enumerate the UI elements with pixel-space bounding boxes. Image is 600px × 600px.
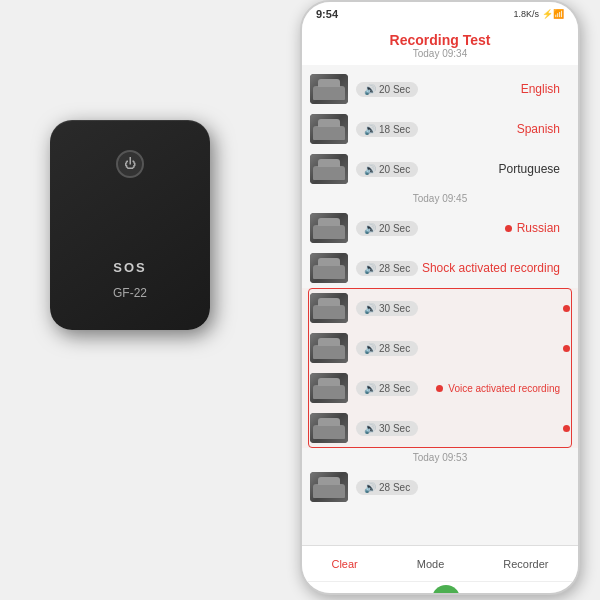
recording-thumb — [310, 293, 348, 323]
nav-position[interactable]: ➤ Position — [326, 592, 358, 595]
duration-pill: 🔊28 Sec — [356, 261, 418, 276]
recording-thumb — [310, 333, 348, 363]
device-body: ⏻ SOS GF-22 — [50, 120, 210, 330]
phone-body: 9:54 1.8K/s ⚡📶 Recording Test Today 09:3… — [300, 0, 580, 595]
status-time: 9:54 — [316, 8, 338, 20]
recording-thumb — [310, 74, 348, 104]
recording-item[interactable]: 🔊28 Sec Shock activated recording — [302, 248, 578, 288]
duration-pill: 🔊30 Sec — [356, 421, 418, 436]
duration-pill: 🔊20 Sec — [356, 221, 418, 236]
recording-item[interactable]: 🔊28 Sec — [302, 467, 578, 507]
duration-pill: 🔊28 Sec — [356, 480, 418, 495]
duration-pill: 🔊28 Sec — [356, 341, 418, 356]
recordings-list[interactable]: 🔊20 Sec English 🔊18 Sec Spanish — [302, 65, 578, 545]
unread-dot — [436, 385, 443, 392]
unread-dot — [563, 345, 570, 352]
voice-activated-label: Voice activated recording — [448, 383, 570, 394]
recording-thumb — [310, 213, 348, 243]
model-label: GF-22 — [113, 286, 147, 300]
recording-item[interactable]: 🔊18 Sec Spanish — [302, 109, 578, 149]
header-title: Recording Test — [302, 32, 578, 48]
recording-label: Russian — [517, 221, 570, 235]
recording-item[interactable]: 🔊30 Sec — [302, 288, 578, 328]
my-icon: 👤 — [534, 592, 554, 595]
status-bar: 9:54 1.8K/s ⚡📶 — [302, 2, 578, 26]
date-divider: Today 09:53 — [302, 448, 578, 467]
unread-dot — [505, 225, 512, 232]
power-button-icon: ⏻ — [116, 150, 144, 178]
recorder-button[interactable]: Recorder — [503, 558, 548, 570]
unread-dot — [563, 425, 570, 432]
app-header: Recording Test Today 09:34 — [302, 26, 578, 65]
mode-button[interactable]: Mode — [417, 558, 445, 570]
recording-item[interactable]: 🔊20 Sec English — [302, 69, 578, 109]
signal-icons: ⚡📶 — [542, 9, 564, 19]
nav-my[interactable]: 👤 My — [534, 592, 554, 595]
recording-thumb — [310, 253, 348, 283]
recording-thumb — [310, 114, 348, 144]
sos-label: SOS — [113, 260, 146, 275]
duration-pill: 🔊28 Sec — [356, 381, 418, 396]
recording-item[interactable]: 🔊28 Sec Voice activated recording — [302, 368, 578, 408]
header-date: Today 09:34 — [302, 48, 578, 59]
recording-item[interactable]: 🔊20 Sec Russian — [302, 208, 578, 248]
shock-activated-label: Shock activated recording — [422, 261, 570, 275]
duration-pill: 🔊20 Sec — [356, 82, 418, 97]
recording-thumb — [310, 154, 348, 184]
bottom-nav: ➤ Position ✿ UniGuard Uniguard Technolog… — [302, 581, 578, 595]
duration-pill: 🔊18 Sec — [356, 122, 418, 137]
phone-container: 9:54 1.8K/s ⚡📶 Recording Test Today 09:3… — [300, 0, 590, 600]
recording-label: Spanish — [517, 122, 570, 136]
recording-thumb — [310, 472, 348, 502]
gps-device: ⏻ SOS GF-22 — [30, 120, 230, 400]
recording-thumb — [310, 413, 348, 443]
date-divider: Today 09:45 — [302, 189, 578, 208]
uniguard-logo-icon: ✿ — [432, 585, 460, 595]
nav-function[interactable]: ✿ UniGuard Uniguard Technology Limited — [407, 585, 484, 595]
recording-thumb — [310, 373, 348, 403]
clear-button[interactable]: Clear — [331, 558, 357, 570]
recording-item[interactable]: 🔊30 Sec — [302, 408, 578, 448]
duration-pill: 🔊30 Sec — [356, 301, 418, 316]
status-icons: 1.8K/s ⚡📶 — [513, 9, 564, 19]
recording-item[interactable]: 🔊28 Sec — [302, 328, 578, 368]
duration-pill: 🔊20 Sec — [356, 162, 418, 177]
unread-dot — [563, 305, 570, 312]
bottom-toolbar: Clear Mode Recorder — [302, 545, 578, 581]
recording-label: Portuguese — [499, 162, 570, 176]
network-speed: 1.8K/s — [513, 9, 539, 19]
position-icon: ➤ — [336, 592, 349, 595]
recording-label: English — [521, 82, 570, 96]
recording-item[interactable]: 🔊20 Sec Portuguese — [302, 149, 578, 189]
